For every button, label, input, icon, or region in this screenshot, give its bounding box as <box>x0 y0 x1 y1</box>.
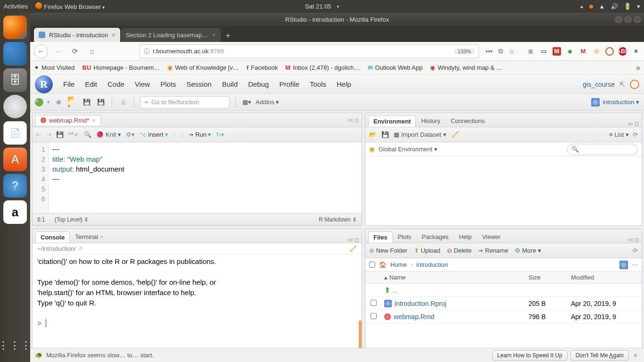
menu-edit[interactable]: Edit <box>85 80 97 88</box>
new-folder-button[interactable]: ⊕ New Folder <box>369 247 407 254</box>
notification-close-icon[interactable]: × <box>632 352 639 359</box>
select-all-checkbox[interactable] <box>369 262 375 268</box>
launcher-show-apps[interactable]: ⋮⋮⋮ <box>3 334 27 357</box>
new-rscript-icon[interactable]: ⊕ <box>53 97 64 107</box>
tab-files[interactable]: Files <box>368 231 393 243</box>
menu-code[interactable]: Code <box>107 80 124 88</box>
tab-packages[interactable]: Packages <box>417 231 454 243</box>
pane-minimize-icon[interactable]: ▭ <box>628 237 633 243</box>
tab-section2[interactable]: Section 2 Loading basemap… × <box>121 28 220 42</box>
grid-icon[interactable]: ▦▾ <box>241 97 252 107</box>
menu-session[interactable]: Session <box>187 80 212 88</box>
gmail-icon[interactable]: M <box>579 47 587 56</box>
bookmark-most-visited[interactable]: ✦Most Visited <box>34 64 75 71</box>
clear-workspace-icon[interactable]: 🧹 <box>451 131 459 138</box>
tab-console[interactable]: Console <box>35 231 70 243</box>
activities-button[interactable]: Activities <box>4 3 28 10</box>
menu-plots[interactable]: Plots <box>160 80 176 88</box>
env-search-input[interactable]: 🔍 <box>567 144 638 155</box>
code-editor[interactable]: 123456 --- title: "Web map" output: html… <box>33 142 362 213</box>
gear-icon[interactable]: ⚙▾ <box>126 131 135 138</box>
view-mode-button[interactable]: ≡ List ▾ <box>609 131 629 138</box>
tab-connections[interactable]: Connections <box>446 115 490 127</box>
clear-console-icon[interactable]: 🧹 <box>349 245 357 252</box>
delete-button[interactable]: ⊖ Delete <box>447 247 471 254</box>
refresh-files-icon[interactable]: ⟳ <box>633 247 638 254</box>
launcher-firefox[interactable] <box>3 16 27 39</box>
volume-icon[interactable]: 🔊 <box>611 3 618 10</box>
tab-close-icon[interactable]: × <box>212 31 215 39</box>
addins-menu[interactable]: Addins ▾ <box>256 99 279 106</box>
battery-icon[interactable]: 🔋 <box>624 3 631 10</box>
pane-minimize-icon[interactable]: ▭ <box>348 117 353 123</box>
extension-green-icon[interactable]: ◆ <box>566 47 574 56</box>
active-doc-menu[interactable]: introduction ▾ <box>603 99 639 106</box>
open-folder-icon[interactable]: 📂▾ <box>67 97 78 107</box>
adblock-icon[interactable]: ABP <box>619 47 627 56</box>
spellcheck-icon[interactable]: ᴬᴮ✓ <box>68 131 79 138</box>
insert-chunk-button[interactable]: ⁺ᴄ Insert ▾ <box>140 131 168 138</box>
language-mode[interactable]: R Markdown ⇕ <box>319 216 357 223</box>
tab-terminal[interactable]: Terminal × <box>70 231 108 243</box>
goto-file-input[interactable]: ➜Go to file/function <box>140 96 230 108</box>
pane-minimize-icon[interactable]: ▭ <box>628 121 633 127</box>
breadcrumb-current[interactable]: introduction <box>416 261 448 268</box>
quit-session-icon[interactable] <box>630 80 639 89</box>
reader-icon[interactable]: ▭ <box>539 47 548 56</box>
bookmark-windy[interactable]: ◉Windyty, wind map & … <box>430 64 502 71</box>
wifi-icon[interactable]: ▲ <box>599 3 605 10</box>
tab-close-icon[interactable]: × <box>112 31 116 39</box>
app-menu[interactable]: Firefox Web Browser <box>35 2 105 10</box>
breadcrumb-home[interactable]: Home <box>390 261 407 268</box>
url-bar[interactable]: ⓘ r.bournemouth.ac.uk:8789 133% <box>140 44 479 58</box>
dont-tell-me-again-button[interactable]: Don't Tell Me Again <box>570 350 629 361</box>
rerun-icon[interactable]: ↻▾ <box>216 131 224 138</box>
pocket-icon[interactable]: ⧉ <box>498 47 503 55</box>
project-switch-icon[interactable]: ⇱ <box>619 81 625 88</box>
pane-maximize-icon[interactable]: ◻ <box>355 117 359 123</box>
bookmarks-overflow-icon[interactable]: » <box>636 64 640 72</box>
window-close-button[interactable]: × <box>634 16 641 23</box>
tab-history[interactable]: History <box>416 115 445 127</box>
launcher-disc[interactable] <box>3 95 27 118</box>
file-checkbox[interactable] <box>371 313 377 319</box>
window-minimize-button[interactable]: – <box>615 16 622 23</box>
bookmark-inbox[interactable]: MInbox (2,478) - dgolich… <box>285 64 360 71</box>
scope-selector[interactable]: (Top Level) ⇕ <box>55 216 89 223</box>
page-actions-icon[interactable]: ••• <box>486 48 493 55</box>
save-workspace-icon[interactable]: 💾 <box>381 131 389 138</box>
hamburger-menu-icon[interactable]: ≡ <box>632 47 640 56</box>
notification-dot-icon[interactable] <box>589 5 593 8</box>
nav-up-icon[interactable]: ↑ <box>173 131 176 138</box>
forward-button[interactable]: → <box>51 44 65 58</box>
library-icon[interactable]: ⫼ <box>526 47 535 56</box>
files-more-icon[interactable]: ⋯ <box>632 261 638 268</box>
launcher-software[interactable]: A <box>3 148 27 171</box>
bookmark-homepage[interactable]: BUHomepage - Bournem… <box>83 64 160 71</box>
mendeley-icon[interactable]: M <box>553 47 561 56</box>
knit-button[interactable]: 🧶 Knit ▾ <box>96 131 121 138</box>
menu-build[interactable]: Build <box>222 80 238 88</box>
find-icon[interactable]: 🔍 <box>84 131 91 138</box>
bookmark-facebook[interactable]: fFacebook <box>247 64 278 71</box>
tab-rstudio[interactable]: RStudio - introduction × <box>34 28 120 42</box>
tab-environment[interactable]: Environment <box>368 115 416 127</box>
forward-nav-icon[interactable]: ⇥ <box>46 131 51 138</box>
launcher-writer[interactable]: 📄 <box>3 121 27 145</box>
launcher-files[interactable]: 🗄 <box>3 68 27 92</box>
load-workspace-icon[interactable]: 📂 <box>369 131 377 138</box>
launcher-amazon[interactable]: a <box>3 200 27 224</box>
save-icon[interactable]: 💾 <box>82 97 92 107</box>
menu-help[interactable]: Help <box>337 80 351 88</box>
nav-down-icon[interactable]: ↓ <box>181 131 184 138</box>
launcher-thunderbird[interactable] <box>3 42 27 66</box>
save-doc-icon[interactable]: 💾 <box>56 131 64 138</box>
pane-maximize-icon[interactable]: ◻ <box>355 237 359 243</box>
menu-file[interactable]: File <box>63 80 74 88</box>
system-menu-arrow-icon[interactable]: ▾ <box>637 3 640 10</box>
console-nav-icon[interactable]: ⇗ <box>78 245 83 252</box>
window-maximize-button[interactable]: ◊ <box>624 16 632 23</box>
import-dataset-button[interactable]: ▦ Import Dataset ▾ <box>394 131 446 138</box>
console-output[interactable]: 'citation()' on how to cite R or R packa… <box>33 255 362 360</box>
back-nav-icon[interactable]: ⇤ <box>36 131 41 138</box>
